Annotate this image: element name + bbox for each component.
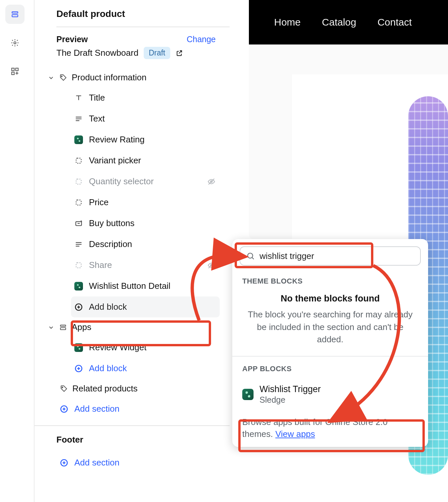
block-quantity-selector[interactable]: Quantity selector: [35, 171, 230, 192]
browse-apps-note: Browse apps built for Online Store 2.0 t…: [232, 408, 428, 440]
svg-rect-12: [76, 263, 81, 268]
view-apps-link[interactable]: View apps: [275, 429, 315, 439]
app-icon: [242, 389, 254, 400]
preview-product-name: The Draft Snowboard: [56, 48, 138, 58]
svg-point-2: [14, 42, 16, 44]
add-section[interactable]: Add section: [35, 398, 230, 419]
section-label: Apps: [72, 322, 91, 332]
gear-icon: [11, 39, 19, 47]
plus-icon: [60, 459, 68, 467]
title-icon: [74, 94, 83, 102]
change-preview-link[interactable]: Change: [187, 35, 216, 44]
block-variant-picker[interactable]: Variant picker: [35, 150, 230, 171]
hidden-icon[interactable]: [207, 177, 216, 186]
rail-settings[interactable]: [5, 33, 25, 52]
plus-icon: [74, 303, 83, 311]
svg-rect-15: [60, 325, 66, 326]
block-share[interactable]: Share: [35, 255, 230, 276]
no-theme-blocks: No theme blocks found The block you're s…: [232, 292, 428, 356]
rail-sections[interactable]: [5, 5, 25, 24]
divider: [56, 27, 230, 27]
section-related-products[interactable]: Related products: [35, 379, 230, 398]
app-icon: [74, 343, 83, 352]
block-wishlist-button-detail[interactable]: Wishlist Button Detail: [35, 276, 230, 296]
text-icon: [74, 240, 83, 249]
nav-contact[interactable]: Contact: [377, 17, 411, 28]
svg-rect-8: [76, 179, 81, 184]
app-icon: [74, 282, 83, 291]
app-block-subtitle: Sledge: [260, 395, 321, 405]
section-apps[interactable]: Apps: [35, 317, 230, 337]
plus-icon: [60, 405, 68, 413]
no-blocks-body: The block you're searching for may alrea…: [246, 308, 415, 346]
footer-group: Footer Add section: [35, 425, 230, 473]
add-section-footer[interactable]: Add section: [56, 452, 230, 473]
variant-icon: [74, 156, 83, 165]
search-icon: [246, 252, 255, 260]
app-blocks-label: APP BLOCKS: [232, 357, 428, 379]
svg-point-18: [62, 387, 63, 388]
hidden-icon[interactable]: [207, 261, 216, 270]
draft-badge: Draft: [144, 47, 170, 59]
variant-icon: [74, 177, 83, 186]
block-title[interactable]: Title: [35, 87, 230, 108]
sections-icon: [11, 10, 19, 19]
svg-rect-7: [76, 158, 81, 163]
footer-label: Footer: [56, 435, 230, 445]
chevron-down-icon: [48, 324, 54, 331]
nav-home[interactable]: Home: [274, 17, 301, 28]
page-title: Default product: [35, 9, 230, 27]
svg-rect-5: [12, 72, 14, 75]
block-search-input[interactable]: [260, 251, 414, 261]
store-header: Home Catalog Contact: [249, 0, 448, 44]
app-grid-icon: [11, 67, 19, 76]
block-review-widget[interactable]: Review Widget: [35, 337, 230, 358]
no-blocks-title: No theme blocks found: [246, 293, 415, 304]
apps-icon: [59, 323, 67, 331]
add-block-popover: THEME BLOCKS No theme blocks found The b…: [232, 239, 428, 447]
theme-editor-sidebar: Default product Preview Change The Draft…: [34, 0, 230, 502]
block-price[interactable]: Price: [35, 192, 230, 213]
block-search[interactable]: [240, 246, 421, 266]
variant-icon: [74, 198, 83, 207]
app-block-wishlist-trigger[interactable]: Wishlist Trigger Sledge: [232, 379, 428, 408]
svg-rect-4: [16, 68, 18, 71]
svg-rect-0: [12, 12, 18, 13]
app-block-title: Wishlist Trigger: [260, 384, 321, 394]
svg-point-6: [61, 76, 62, 77]
block-description[interactable]: Description: [35, 234, 230, 255]
rail-apps[interactable]: [5, 62, 25, 81]
plus-icon: [74, 364, 83, 373]
add-block-apps[interactable]: Add block: [35, 358, 230, 379]
theme-blocks-label: THEME BLOCKS: [232, 274, 428, 292]
block-review-rating[interactable]: Review Rating: [35, 129, 230, 150]
svg-rect-3: [12, 68, 14, 71]
variant-icon: [74, 261, 83, 270]
section-label: Product information: [72, 72, 146, 83]
chevron-down-icon: [48, 74, 54, 81]
left-rail: [0, 0, 30, 502]
block-text[interactable]: Text: [35, 108, 230, 129]
svg-rect-1: [12, 15, 18, 17]
svg-point-21: [248, 253, 253, 258]
preview-label: Preview: [56, 35, 88, 44]
app-icon: [74, 135, 83, 144]
preview-product[interactable]: The Draft Snowboard Draft: [35, 47, 230, 68]
svg-rect-16: [60, 328, 66, 330]
block-buy-buttons[interactable]: Buy buttons: [35, 213, 230, 234]
tag-icon: [59, 74, 67, 82]
nav-catalog[interactable]: Catalog: [322, 17, 356, 28]
open-external-icon[interactable]: [176, 49, 183, 57]
tag-icon: [60, 385, 68, 393]
svg-rect-10: [76, 200, 81, 205]
text-icon: [74, 115, 83, 123]
add-block-product-info[interactable]: Add block: [71, 296, 220, 317]
buy-icon: [74, 219, 83, 228]
section-product-information[interactable]: Product information: [35, 68, 230, 87]
